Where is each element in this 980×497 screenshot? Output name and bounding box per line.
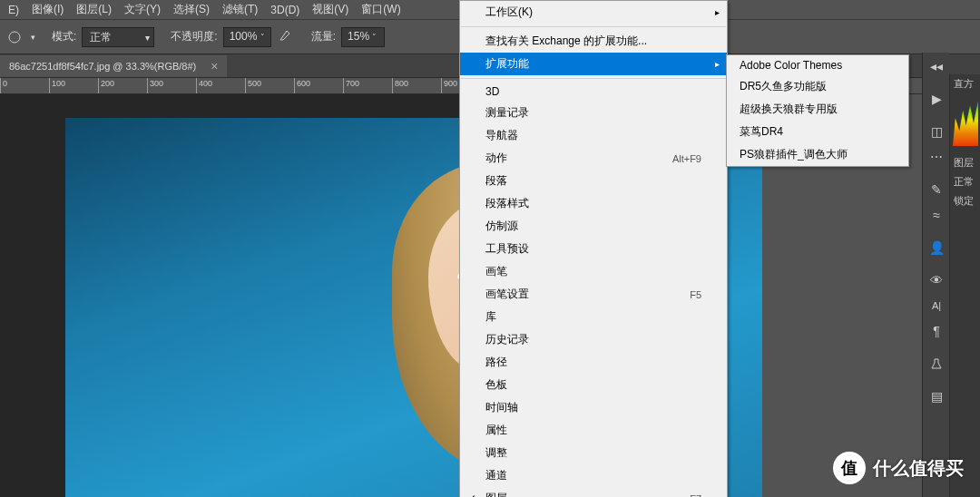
menu-item[interactable]: 测量记录 [460, 102, 727, 124]
opacity-label: 不透明度: [171, 29, 217, 44]
lock-label: 锁定 [950, 191, 980, 210]
extension-submenu: Adobe Color ThemesDR5久鱼多功能版超级换天狼群专用版菜茑DR… [726, 54, 909, 167]
menu-item[interactable]: E) [2, 4, 25, 16]
document-tab-title: 86ac7251df8f54fc7.jpg @ 33.3%(RGB/8#) [9, 61, 196, 72]
menu-item[interactable]: 库 [460, 306, 727, 328]
mode-label: 模式: [52, 29, 76, 44]
menu-item[interactable]: 图层F7✓ [460, 487, 727, 497]
svg-point-0 [9, 32, 20, 43]
menu-item[interactable]: 滤镜(T) [216, 2, 264, 17]
brush-icon[interactable]: ✎ [923, 178, 950, 201]
menu-item[interactable]: 导航器 [460, 124, 727, 147]
menu-item[interactable]: 通道 [460, 464, 727, 487]
eye-icon[interactable]: 👁 [923, 268, 950, 292]
check-icon: ✓ [467, 492, 476, 498]
character-icon[interactable]: A| [923, 294, 950, 317]
menu-item[interactable]: 调整 [460, 442, 727, 464]
collapse-icon[interactable]: ◂◂ [923, 54, 950, 78]
menu-item[interactable]: 3D [460, 82, 727, 102]
submenu-item[interactable]: PS狼群插件_调色大师 [727, 143, 908, 166]
window-menu-dropdown: 工作区(K)查找有关 Exchange 的扩展功能...扩展功能3D测量记录导航… [459, 0, 728, 497]
histogram-preview [953, 95, 978, 146]
flow-input[interactable]: 15% ˅ [341, 27, 385, 47]
paragraph-icon[interactable]: ¶ [923, 319, 950, 343]
menu-item[interactable]: 属性 [460, 419, 727, 442]
menu-item[interactable]: 3D(D) [264, 4, 306, 16]
right-panel-dock-1: ◂◂ ▶ ◫ ⋯ ✎ ≈ 👤 👁 A| ¶ ▤ [922, 53, 949, 497]
watermark-badge: 值 [833, 452, 866, 484]
menu-item[interactable]: 动作Alt+F9 [460, 147, 727, 170]
triangle-icon[interactable]: ▾ [31, 33, 35, 42]
brush-settings-icon[interactable]: ≈ [923, 203, 950, 227]
menu-item[interactable]: 工作区(K) [460, 1, 727, 24]
play-icon[interactable]: ▶ [923, 87, 950, 111]
info-icon[interactable]: ◫ [923, 120, 950, 143]
watermark: 值 什么值得买 [833, 452, 964, 484]
menu-item[interactable]: 画笔设置F5 [460, 283, 727, 306]
pressure-opacity-icon[interactable] [277, 27, 295, 46]
document-tab[interactable]: 86ac7251df8f54fc7.jpg @ 33.3%(RGB/8#) × [0, 55, 227, 77]
menu-item[interactable]: 画笔 [460, 260, 727, 283]
submenu-item[interactable]: Adobe Color Themes [727, 55, 908, 75]
submenu-item[interactable]: 超级换天狼群专用版 [727, 98, 908, 121]
submenu-item[interactable]: 菜茑DR4 [727, 121, 908, 143]
menu-item[interactable]: 图层(L) [70, 2, 118, 17]
flask-icon[interactable] [923, 352, 950, 375]
layers-icon[interactable]: ▤ [923, 385, 950, 408]
submenu-item[interactable]: DR5久鱼多功能版 [727, 75, 908, 98]
menu-item[interactable]: 扩展功能 [460, 53, 727, 75]
menu-item[interactable]: 时间轴 [460, 396, 727, 419]
menu-item[interactable]: 查找有关 Exchange 的扩展功能... [460, 30, 727, 53]
layers-panel-label[interactable]: 图层 [950, 153, 980, 172]
clone-icon[interactable]: 👤 [923, 236, 950, 259]
menu-item[interactable]: 段落 [460, 170, 727, 192]
menu-item[interactable]: 路径 [460, 351, 727, 374]
opacity-input[interactable]: 100% ˅ [223, 27, 271, 47]
menu-item[interactable]: 工具预设 [460, 238, 727, 260]
menu-item[interactable]: 窗口(W) [355, 2, 407, 17]
menu-item[interactable]: 历史记录 [460, 328, 727, 351]
menu-item[interactable]: 文字(Y) [118, 2, 167, 17]
menu-item[interactable]: 视图(V) [306, 2, 355, 17]
histogram-label[interactable]: 直方 [950, 74, 980, 93]
menu-item[interactable]: 选择(S) [167, 2, 216, 17]
right-panel-dock-2: 直方 图层 正常 锁定 [949, 74, 980, 497]
menu-item[interactable]: 色板 [460, 374, 727, 396]
brush-tool-icon[interactable] [4, 26, 25, 48]
blend-mode-label[interactable]: 正常 [950, 172, 980, 191]
menu-item[interactable]: 图像(I) [25, 2, 70, 17]
flow-label: 流量: [311, 29, 336, 44]
gear-icon[interactable]: ⋯ [923, 145, 950, 169]
menu-item[interactable]: 仿制源 [460, 215, 727, 238]
close-icon[interactable]: × [211, 59, 218, 73]
menu-item[interactable]: 段落样式 [460, 192, 727, 215]
mode-dropdown[interactable]: 正常 [82, 27, 154, 47]
watermark-text: 什么值得买 [873, 456, 964, 481]
